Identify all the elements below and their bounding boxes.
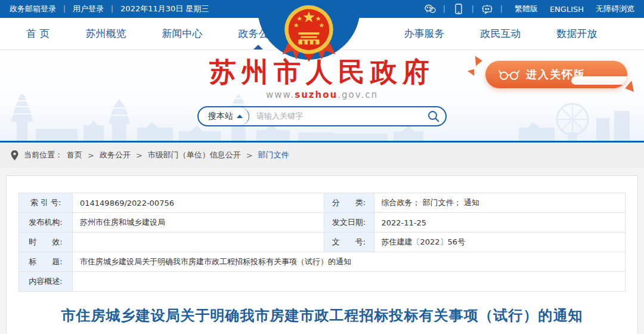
mobile-icon[interactable] [453, 4, 465, 14]
document-card: 索 引 号: 014149869/2022-00756 分 类: 综合政务； 部… [6, 175, 638, 334]
search-scope-label: 搜本站 [208, 111, 233, 122]
table-row: 时 效: 文 号: 苏住建建〔2022〕56号 [19, 233, 626, 252]
table-row: 发布机构: 苏州市住房和城乡建设局 发文日期: 2022-11-25 [19, 213, 626, 233]
doc-number-value: 苏住建建〔2022〕56号 [374, 233, 626, 252]
search-row: 搜本站 [0, 106, 644, 126]
nav-label: 数据开放 [556, 27, 597, 39]
title-label: 标 题: [19, 252, 73, 272]
site-search: 搜本站 [197, 106, 447, 126]
summary-value [73, 272, 626, 292]
doc-number-label: 文 号: [324, 233, 374, 252]
glasses-icon [499, 69, 520, 81]
breadcrumb-separator: > [136, 151, 143, 160]
site-url: www.suzhou.gov.cn [0, 89, 644, 100]
national-emblem-icon [281, 4, 337, 67]
topbar-right: | | | 繁體版 ENGLISH 无障碍浏览 [424, 4, 634, 14]
care-mode-button[interactable]: 进入关怀版 [485, 61, 627, 88]
breadcrumb-item-home[interactable]: 首页 [67, 150, 82, 160]
breadcrumb: 当前位置： 首页 > 政务公开 > 市级部门（单位）信息公开 > 部门文件 [0, 143, 644, 168]
issuing-agency-value: 苏州市住房和城乡建设局 [73, 213, 324, 233]
document-meta-table: 索 引 号: 014149869/2022-00756 分 类: 综合政务； 部… [18, 193, 626, 292]
page-body: 索 引 号: 014149869/2022-00756 分 类: 综合政务； 部… [0, 168, 644, 334]
nav-label: 办事服务 [404, 27, 444, 39]
separator: | [472, 5, 474, 13]
decor-spark [467, 69, 474, 76]
robot-icon[interactable] [481, 4, 493, 14]
active-tab-indicator [253, 45, 263, 50]
table-row: 索 引 号: 014149869/2022-00756 分 类: 综合政务； 部… [19, 193, 626, 213]
url-highlight: suzhou [295, 89, 338, 100]
issuing-agency-label: 发布机构: [19, 213, 73, 233]
nav-item-home[interactable]: 首 页 [25, 18, 51, 50]
table-row: 内容概述: [19, 272, 626, 292]
nav-label: 新闻中心 [162, 27, 202, 39]
summary-label: 内容概述: [19, 272, 73, 292]
url-prefix: www. [266, 89, 295, 100]
breadcrumb-separator: > [246, 151, 253, 160]
breadcrumb-prefix: 当前位置： [24, 150, 63, 160]
care-mode-area: 进入关怀版 [485, 61, 627, 88]
nav-item-open-data[interactable]: 数据开放 [555, 18, 598, 50]
nav-item-interaction[interactable]: 政民互动 [479, 18, 522, 50]
nav-item-services[interactable]: 办事服务 [402, 18, 445, 50]
current-date: 2022年11月30日 星期三 [120, 4, 209, 14]
nav-item-suzhou-overview[interactable]: 苏州概览 [84, 18, 127, 50]
separator: | [111, 5, 113, 13]
accessibility-link[interactable]: 无障碍浏览 [596, 4, 634, 14]
nav-item-news-center[interactable]: 新闻中心 [160, 18, 203, 50]
validity-label: 时 效: [19, 233, 73, 252]
search-button[interactable] [422, 107, 445, 125]
table-row: 标 题: 市住房城乡建设局关于明确我市房建市政工程招标投标有关事项（试行）的通知 [19, 252, 626, 272]
url-suffix: .gov.cn [338, 89, 378, 100]
caret-up-icon [237, 115, 243, 118]
issue-date-value: 2022-11-25 [374, 213, 626, 233]
nav-label: 苏州概览 [85, 27, 126, 39]
search-icon [427, 110, 440, 123]
article-title: 市住房城乡建设局关于明确我市房建市政工程招标投标有关事项（试行）的通知 [18, 306, 626, 325]
separator: | [500, 5, 503, 13]
title-value: 市住房城乡建设局关于明确我市房建市政工程招标投标有关事项（试行）的通知 [73, 252, 626, 272]
traditional-chinese-link[interactable]: 繁體版 [515, 4, 538, 14]
separator: | [63, 5, 66, 13]
nav-label: 政民互动 [480, 27, 521, 39]
breadcrumb-item-gov-affairs[interactable]: 政务公开 [100, 150, 131, 160]
gov-mail-login-link[interactable]: 政务邮箱登录 [10, 4, 56, 14]
breadcrumb-item-department-info[interactable]: 市级部门（单位）信息公开 [148, 150, 241, 160]
topbar-left: 政务邮箱登录 | 用户登录 | 2022年11月30日 星期三 [10, 4, 209, 14]
decor-swoosh [571, 76, 627, 85]
location-pin-icon [11, 150, 18, 160]
category-value: 综合政务； 部门文件； 通知 [374, 193, 626, 213]
issue-date-label: 发文日期: [324, 213, 374, 233]
breadcrumb-item-department-docs[interactable]: 部门文件 [258, 150, 289, 160]
wechat-icon[interactable] [424, 4, 436, 14]
category-label: 分 类: [324, 193, 374, 213]
nav-label: 首 页 [26, 27, 49, 39]
separator: | [443, 5, 445, 13]
user-login-link[interactable]: 用户登录 [73, 4, 104, 14]
english-link[interactable]: ENGLISH [550, 5, 584, 14]
index-number-value: 014149869/2022-00756 [73, 193, 324, 213]
index-number-label: 索 引 号: [19, 193, 73, 213]
search-scope-selector[interactable]: 搜本站 [199, 107, 249, 125]
validity-value [73, 233, 324, 252]
search-input[interactable] [249, 112, 422, 120]
breadcrumb-separator: > [88, 151, 94, 160]
